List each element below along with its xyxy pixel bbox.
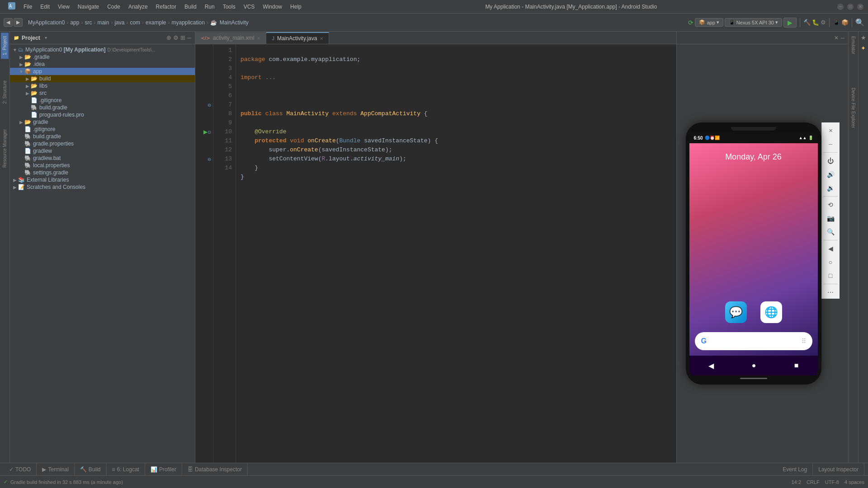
device-minimize-btn[interactable]: ─ bbox=[840, 34, 845, 42]
build-icon[interactable]: 🔨 bbox=[803, 19, 811, 26]
dropdown-arrow[interactable]: ▾ bbox=[45, 35, 47, 40]
tab-database-inspector[interactable]: 🗄 Database Inspector bbox=[182, 463, 248, 475]
breadcrumb-src[interactable]: src bbox=[85, 19, 92, 26]
menu-edit[interactable]: Edit bbox=[37, 3, 53, 11]
tab-terminal[interactable]: ▶ Terminal bbox=[37, 463, 74, 475]
tab-activity-main[interactable]: ≺/≻ activity_main.xml ✕ bbox=[195, 32, 266, 44]
messages-app-icon[interactable]: 💬 bbox=[725, 301, 747, 323]
menu-refactor[interactable]: Refactor bbox=[152, 3, 180, 11]
emu-more-btn[interactable]: ⋯ bbox=[823, 286, 838, 299]
panel-tab-structure[interactable]: 2: Structure bbox=[1, 77, 9, 108]
emu-zoom-btn[interactable]: 🔍 bbox=[823, 225, 838, 238]
tab-event-log[interactable]: Event Log bbox=[777, 463, 813, 475]
menu-tools[interactable]: Tools bbox=[219, 3, 239, 11]
sync-icon[interactable]: ⟳ bbox=[688, 19, 693, 26]
menu-view[interactable]: View bbox=[54, 3, 73, 11]
device-selector[interactable]: 📱 Nexus 5X API 30 ▾ bbox=[725, 18, 782, 27]
status-indent[interactable]: 4 spaces bbox=[844, 479, 864, 485]
breadcrumb-app[interactable]: app bbox=[70, 19, 79, 26]
emu-vol-down-btn[interactable]: 🔉 bbox=[823, 182, 838, 194]
menu-analyze[interactable]: Analyze bbox=[125, 3, 151, 11]
emu-minimize-btn[interactable]: ─ bbox=[823, 138, 838, 150]
tree-root[interactable]: ▼ 🗂 MyApplication0 [My Application] D:\D… bbox=[10, 46, 195, 53]
menu-build[interactable]: Build bbox=[181, 3, 200, 11]
breadcrumb-mainactivity[interactable]: MainActivity bbox=[220, 19, 249, 26]
avd-icon[interactable]: 📱 bbox=[833, 19, 840, 26]
emu-close-btn[interactable]: ✕ bbox=[823, 124, 838, 137]
right-tab-emulator[interactable]: Emulator bbox=[849, 33, 857, 57]
nav-recents-btn[interactable]: ■ bbox=[794, 361, 799, 370]
tree-libs-folder[interactable]: ▶ 📂 libs bbox=[10, 82, 195, 89]
close-button[interactable]: ✕ bbox=[857, 4, 863, 10]
breadcrumb-example[interactable]: example bbox=[146, 19, 166, 26]
chrome-app-icon[interactable]: 🌐 bbox=[760, 301, 782, 323]
tree-gradlew[interactable]: 📄 gradlew bbox=[10, 147, 195, 155]
tree-proguard[interactable]: 📄 proguard-rules.pro bbox=[10, 111, 195, 118]
minimize-button[interactable]: ─ bbox=[837, 4, 844, 10]
menu-vcs[interactable]: VCS bbox=[240, 3, 259, 11]
breadcrumb-myapplication[interactable]: myapplication bbox=[171, 19, 204, 26]
tree-gitignore-root[interactable]: 📄 .gitignore bbox=[10, 126, 195, 133]
tab-mainactivity[interactable]: J MainActivity.java ✕ bbox=[266, 32, 329, 44]
menu-help[interactable]: Help bbox=[287, 3, 305, 11]
phone-search-bar[interactable]: G ⠿ bbox=[695, 332, 812, 350]
emu-rotate-btn[interactable]: ⟲ bbox=[823, 198, 838, 211]
menu-window[interactable]: Window bbox=[259, 3, 286, 11]
menu-navigate[interactable]: Navigate bbox=[74, 3, 103, 11]
emu-back-btn[interactable]: ◀ bbox=[823, 242, 838, 255]
back-button[interactable]: ◀ bbox=[4, 18, 13, 27]
status-encoding[interactable]: UTF-8 bbox=[825, 479, 839, 485]
search-everywhere-button[interactable]: 🔍 bbox=[855, 18, 864, 27]
sdk-icon[interactable]: 📦 bbox=[841, 19, 849, 26]
tab-todo[interactable]: ✓ TODO bbox=[4, 463, 37, 475]
breadcrumb-java[interactable]: java bbox=[114, 19, 124, 26]
menu-file[interactable]: File bbox=[20, 3, 36, 11]
device-close-btn[interactable]: ✕ bbox=[833, 34, 840, 42]
nav-home-btn[interactable]: ● bbox=[752, 361, 756, 370]
tree-gradle-root[interactable]: ▶ 📂 gradle bbox=[10, 118, 195, 126]
code-text[interactable]: package com.example.myapplication; impor… bbox=[236, 44, 676, 463]
run-button[interactable]: ▶ bbox=[783, 18, 797, 28]
right-tab-device-explorer[interactable]: Device File Explorer bbox=[849, 85, 857, 131]
menu-run[interactable]: Run bbox=[201, 3, 218, 11]
tree-gradleprops[interactable]: 🐘 gradle.properties bbox=[10, 140, 195, 147]
run-config-selector[interactable]: 📦 app ▾ bbox=[695, 18, 723, 27]
emu-recents-btn[interactable]: □ bbox=[823, 269, 838, 282]
emu-screenshot-btn[interactable]: 📷 bbox=[823, 212, 838, 225]
tree-idea-folder[interactable]: ▶ 📂 .idea bbox=[10, 61, 195, 68]
debug-icon[interactable]: 🐛 bbox=[812, 19, 819, 26]
tab-layout-inspector[interactable]: Layout Inspector bbox=[813, 463, 864, 475]
favorites-star-btn[interactable]: ✦ bbox=[860, 44, 867, 52]
menu-code[interactable]: Code bbox=[104, 3, 124, 11]
tab-logcat[interactable]: ≡ 6: Logcat bbox=[107, 463, 145, 475]
tree-buildgradle-app[interactable]: 🐘 build.gradle bbox=[10, 104, 195, 111]
forward-button[interactable]: ▶ bbox=[14, 18, 23, 27]
attach-icon[interactable]: ⚙ bbox=[821, 19, 826, 26]
tree-gradle-folder[interactable]: ▶ 📂 .gradle bbox=[10, 53, 195, 61]
status-linesep[interactable]: CRLF bbox=[807, 479, 820, 485]
tree-gradlewbat[interactable]: 🐘 gradlew.bat bbox=[10, 155, 195, 162]
emu-power-btn[interactable]: ⏻ bbox=[823, 155, 838, 167]
app-icon[interactable]: A bbox=[5, 1, 19, 12]
panel-tab-project[interactable]: 1: Project bbox=[1, 33, 9, 59]
tree-app-folder[interactable]: ▼ 📦 app bbox=[10, 68, 195, 75]
expand-icon[interactable]: ⊞ bbox=[180, 34, 185, 41]
breadcrumb-main[interactable]: main bbox=[97, 19, 109, 26]
locate-icon[interactable]: ⊕ bbox=[166, 34, 171, 41]
tree-localprops[interactable]: 🐘 local.properties bbox=[10, 162, 195, 169]
tree-scratches[interactable]: ▶ 📝 Scratches and Consoles bbox=[10, 183, 195, 191]
tree-src-folder[interactable]: ▶ 📂 src bbox=[10, 89, 195, 97]
tab-build[interactable]: 🔨 Build bbox=[75, 463, 107, 475]
tree-build-folder[interactable]: ▶ 📂 build bbox=[10, 75, 195, 82]
tree-settingsgradle[interactable]: 🐘 settings.gradle bbox=[10, 169, 195, 176]
emu-vol-up-btn[interactable]: 🔊 bbox=[823, 168, 838, 181]
panel-tab-resource[interactable]: Resource Manager bbox=[1, 126, 9, 171]
tab-activity-main-close[interactable]: ✕ bbox=[257, 36, 260, 41]
collapse-icon[interactable]: ─ bbox=[187, 34, 191, 41]
tree-gitignore-app[interactable]: 📄 .gitignore bbox=[10, 97, 195, 104]
tab-profiler[interactable]: 📊 Profiler bbox=[145, 463, 182, 475]
settings-icon[interactable]: ⚙ bbox=[173, 34, 179, 41]
tab-mainactivity-close[interactable]: ✕ bbox=[320, 36, 323, 41]
emu-home-btn[interactable]: ○ bbox=[823, 256, 838, 268]
tree-external-libs[interactable]: ▶ 📚 External Libraries bbox=[10, 176, 195, 183]
